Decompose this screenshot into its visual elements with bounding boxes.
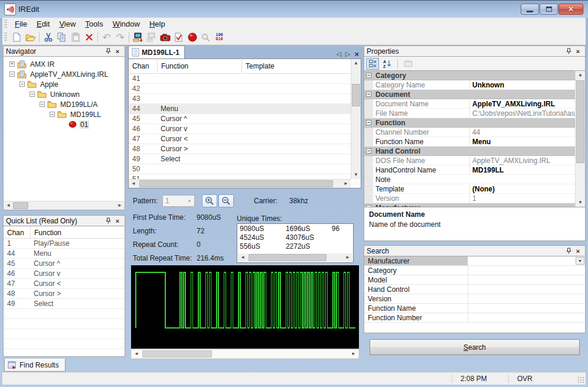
close-panel-icon[interactable]: × [573,47,583,56]
quicklist-row[interactable]: 44Menu [4,249,125,259]
scroll-right-icon[interactable]: ► [341,181,351,186]
property-row[interactable]: Template(None) [364,184,575,194]
search-row-function-name[interactable]: Function Name [364,304,585,313]
tree-expander-icon[interactable]: + [9,61,15,67]
search-tool-button[interactable] [199,31,213,44]
tab-scroll-left-icon[interactable]: ◁ [336,50,341,58]
zoom-out-button[interactable] [218,194,234,207]
menu-window[interactable]: Window [108,18,145,30]
pattern-select[interactable]: 1▼ [162,195,195,207]
cut-button[interactable] [41,31,55,44]
search-field-input[interactable] [468,266,585,275]
property-value[interactable]: AppleTV_AMXLiving.IRL [469,157,575,165]
collapse-icon[interactable]: − [366,205,371,207]
column-header-chan[interactable]: Chan [129,60,157,73]
property-category-row[interactable]: −Function [364,118,575,128]
tree-expander-icon[interactable]: − [50,112,55,117]
zoom-in-button[interactable] [202,194,217,207]
scroll-left-icon[interactable]: ◄ [129,181,138,186]
column-header-function[interactable]: Function [157,60,241,73]
property-row[interactable]: Function NameMenu [364,137,575,147]
function-table-row[interactable]: 43 [129,94,361,104]
scroll-left-icon[interactable]: ◄ [238,255,247,260]
tree-item-apple[interactable]: − Apple [4,79,125,89]
verify-button[interactable] [172,31,185,44]
title-bar[interactable]: IREdit ✕ [0,0,588,18]
send-to-device-button[interactable] [131,31,145,44]
column-header-template[interactable]: Template [241,60,361,73]
menu-file[interactable]: File [10,18,32,30]
scroll-left-icon[interactable]: ◄ [4,203,13,208]
menu-view[interactable]: View [54,18,80,30]
search-field-input[interactable] [468,285,585,294]
tree-item-amx-ir[interactable]: + AMX IR [4,59,125,69]
chevron-down-icon[interactable]: ▼ [576,257,584,265]
properties-vscrollbar[interactable]: ▲ ▼ [575,71,585,207]
quicklist-row[interactable]: 49Select [4,299,125,309]
categorized-view-button[interactable] [366,58,379,70]
property-value[interactable]: (None) [469,185,575,193]
search-row-model[interactable]: Model [364,275,585,285]
tab-close-icon[interactable]: × [354,50,359,58]
property-row[interactable]: Document NameAppleTV_AMXLiving.IRL [364,99,575,109]
search-field-input[interactable] [468,294,585,303]
scroll-up-icon[interactable]: ▲ [351,59,361,67]
new-button[interactable] [10,31,24,44]
property-row[interactable]: Version1 [364,194,575,203]
tree-item-md199ll-a[interactable]: − MD199LL/A [4,99,125,109]
property-row[interactable]: Channel Number44 [364,128,575,137]
collapse-icon[interactable]: − [366,92,371,97]
property-category-row[interactable]: −Document [364,90,575,99]
property-value[interactable]: MD199LL [469,166,575,174]
close-panel-icon[interactable]: × [573,247,583,255]
close-panel-icon[interactable]: × [113,47,122,56]
navigator-hscrollbar[interactable]: ◄ ► [4,201,125,210]
toolbar-grip[interactable] [4,32,7,43]
scroll-left-icon[interactable]: ◄ [132,352,141,356]
search-row-function-number[interactable]: Function Number [364,313,585,323]
search-row-category[interactable]: Category [364,266,585,275]
scroll-down-icon[interactable]: ▼ [576,199,585,207]
pin-icon[interactable] [564,47,573,56]
search-field-input[interactable] [468,304,585,313]
resize-grip[interactable] [577,376,584,383]
menu-grip[interactable] [4,19,7,28]
scroll-down-icon[interactable]: ▼ [351,171,361,179]
property-value[interactable]: C:\Jobs\repos\NetLinxTutorial\asset [469,109,575,118]
tree-expander-icon[interactable]: − [40,102,45,107]
property-category-row[interactable]: −Manufacturer [364,203,575,207]
menu-help[interactable]: Help [145,18,170,30]
property-value[interactable]: AppleTV_AMXLiving.IRL [469,100,575,108]
pin-icon[interactable] [103,47,113,56]
waveform-hscrollbar[interactable]: ◄ ► [131,349,359,359]
scroll-right-icon[interactable]: ► [115,203,125,208]
minimize-button[interactable] [521,4,539,15]
undo-button[interactable]: ↶ [100,31,113,44]
quicklist-row[interactable] [4,349,125,357]
maximize-button[interactable] [540,4,558,15]
scroll-up-icon[interactable]: ▲ [576,71,585,79]
quicklist-row[interactable] [4,329,125,339]
menu-tools[interactable]: Tools [80,18,107,30]
property-row[interactable]: HandControl NameMD199LL [364,165,575,175]
pin-icon[interactable] [564,247,573,255]
alphabetical-view-button[interactable]: AZ [381,58,394,70]
tree-item-appletv-amxliving-irl[interactable]: − AppleTV_AMXLiving.IRL [4,69,125,79]
tab-scroll-right-icon[interactable]: ▷ [345,50,350,58]
search-row-manufacturer[interactable]: Manufacturer▼ [364,256,585,266]
search-field-input[interactable] [468,313,585,322]
property-row[interactable]: DOS File NameAppleTV_AMXLiving.IRL [364,156,575,165]
property-category-row[interactable]: −Category [364,71,575,80]
search-row-hand-control[interactable]: Hand Control [364,285,585,294]
quicklist-row[interactable] [4,339,125,349]
column-header-chan[interactable]: Chan [4,226,30,238]
search-field-input[interactable] [468,275,585,284]
quicklist-row[interactable]: 1Play/Pause [4,239,125,249]
scroll-right-icon[interactable]: ► [349,352,358,356]
table-hscrollbar[interactable]: ◄ ► [129,179,351,188]
function-table-row[interactable]: 45Cursor ^ [129,114,361,124]
quicklist-row[interactable] [4,309,125,319]
document-tab[interactable]: MD199LL-1 [128,45,185,58]
collapse-icon[interactable]: − [366,148,371,154]
quicklist-row[interactable] [4,319,125,329]
